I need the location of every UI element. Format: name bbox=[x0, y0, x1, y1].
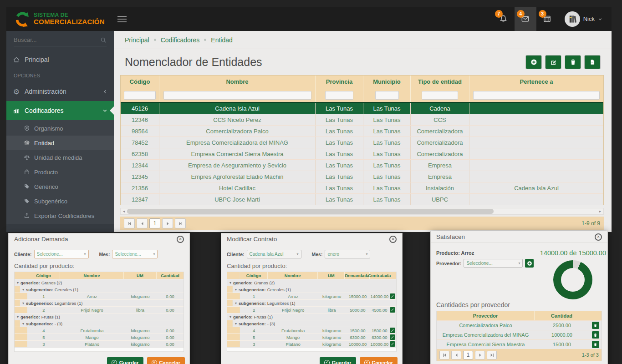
table-row[interactable]: 45126 Cadena Isla Azul Las Tunas Las Tun… bbox=[121, 102, 603, 114]
edit-contract-button[interactable] bbox=[390, 293, 395, 299]
delete-proveedor-button[interactable] bbox=[592, 331, 599, 339]
delete-proveedor-button[interactable] bbox=[592, 322, 599, 329]
user-menu[interactable]: Nick bbox=[565, 11, 602, 27]
column-header-tipo[interactable]: Tipo de entidad bbox=[411, 76, 469, 88]
sidebar-item-codificadores[interactable]: Codificadores bbox=[6, 101, 114, 120]
cliente-select[interactable]: Cadena Isla Azul▾ bbox=[247, 250, 301, 258]
product-row[interactable]: 1Arrozkilogramo0.00 bbox=[15, 293, 184, 299]
product-row[interactable]: 3Platanokilogramo0.00 bbox=[15, 340, 184, 347]
proveedor-row[interactable]: Empresa Comercial Sierra Maestra 1500.00 bbox=[437, 339, 602, 349]
sidebar-item-principal[interactable]: Principal bbox=[6, 50, 114, 69]
messages-button[interactable]: 4 bbox=[515, 7, 536, 31]
table-row[interactable]: 78452 Empresa Comercializadora del MINAG… bbox=[121, 136, 603, 148]
proveedor-row[interactable]: Comercializadora Palco 2500.00 bbox=[437, 320, 602, 330]
product-row[interactable]: 2Frijol Negrolibra0.00 bbox=[15, 306, 184, 313]
filter-input-codigo[interactable] bbox=[124, 91, 156, 100]
sidebar-item-administracion[interactable]: ⚙ Administración bbox=[6, 82, 114, 101]
prev-page-button[interactable] bbox=[137, 218, 148, 228]
cancelar-button[interactable]: ✕Cancelar bbox=[360, 357, 398, 364]
close-icon[interactable]: ✕ bbox=[177, 236, 184, 243]
table-row[interactable]: 98564 Comercializadora Palco Las Tunas L… bbox=[121, 125, 603, 136]
guardar-button[interactable]: ✓Guardar bbox=[320, 357, 356, 364]
edit-contract-button[interactable] bbox=[390, 328, 395, 333]
group-row[interactable]: ▾generico:Granos (2) bbox=[15, 279, 184, 286]
edit-contract-button[interactable] bbox=[390, 341, 395, 347]
add-entity-button[interactable] bbox=[525, 55, 542, 69]
proveedor-row[interactable]: Empresa Comercializadora del MINAG 10000… bbox=[437, 330, 602, 339]
first-page-button[interactable] bbox=[124, 218, 135, 228]
app-logo[interactable]: SISTEMA DE COMERCIALIZACIÓN bbox=[14, 10, 105, 28]
delete-entity-button[interactable] bbox=[565, 55, 581, 69]
notifications-button[interactable]: 7 bbox=[493, 7, 515, 31]
table-row[interactable]: 21356 Hotel Cadillac Las Tunas Las Tunas… bbox=[121, 182, 603, 193]
table-row[interactable]: 62358 Empresa Comercial Sierra Maestra L… bbox=[121, 148, 603, 159]
product-row[interactable]: 4Frutabombakilogramo1500.001500.00 bbox=[227, 327, 396, 334]
table-row[interactable]: 12344 Empresa de Aseguramiento y Sevicio… bbox=[121, 159, 603, 171]
export-pdf-button[interactable] bbox=[584, 55, 601, 69]
next-page-button[interactable] bbox=[162, 218, 173, 228]
filter-input-pertenece[interactable] bbox=[473, 91, 600, 100]
group-row[interactable]: ▾generico:Frutas (1) bbox=[227, 313, 396, 320]
page-number-button[interactable]: 1 bbox=[149, 218, 160, 228]
table-row[interactable]: 12345 Empres Agroforestal Eladio Machin … bbox=[121, 171, 603, 182]
filter-input-provincia[interactable] bbox=[325, 91, 353, 100]
scroll-left-arrow-icon[interactable]: ◂ bbox=[121, 209, 127, 213]
filter-input-nombre[interactable] bbox=[163, 91, 311, 100]
delete-proveedor-button[interactable] bbox=[592, 341, 599, 348]
mes-select[interactable]: Seleccione...▾ bbox=[112, 250, 158, 258]
prev-page-button[interactable] bbox=[451, 351, 461, 359]
close-icon[interactable]: ✕ bbox=[595, 233, 602, 241]
sidebar-subitem-generico[interactable]: Genérico bbox=[6, 179, 114, 194]
guardar-button[interactable]: ✓Guardar bbox=[107, 357, 143, 364]
first-page-button[interactable] bbox=[439, 351, 449, 359]
filter-input-municipio[interactable] bbox=[375, 91, 399, 100]
table-row[interactable]: 12347 UBPC Jose Marti Las Tunas Las Tuna… bbox=[121, 193, 603, 205]
subgroup-row[interactable]: ▾subgenerico:Legumbres (1) bbox=[15, 299, 184, 306]
subgroup-row[interactable]: ▾subgenerico:Legumbres (1) bbox=[227, 299, 396, 306]
scroll-right-arrow-icon[interactable]: ▸ bbox=[597, 209, 603, 213]
product-row[interactable]: 5Mangokilogramo0.00 bbox=[15, 334, 184, 340]
subgroup-row[interactable]: ▾subgenerico:- (3) bbox=[15, 320, 184, 327]
sidebar-subitem-organismo[interactable]: Organismo bbox=[6, 121, 114, 136]
search-input[interactable] bbox=[14, 36, 100, 43]
product-row[interactable]: 3Platanokilogramo10000.0010000.00 bbox=[227, 340, 396, 347]
column-header-pertenece[interactable]: Pertenece a bbox=[469, 76, 603, 88]
breadcrumb-item-codificadores[interactable]: Codificadores bbox=[161, 36, 200, 44]
subgroup-row[interactable]: ▾subgenerico:Cereales (1) bbox=[227, 286, 396, 293]
sidebar-toggle-button[interactable] bbox=[115, 13, 129, 25]
subgroup-row[interactable]: ▾subgenerico:- (3) bbox=[227, 320, 396, 327]
product-row[interactable]: 1Arrozkilogramo15000.0014000.00 bbox=[227, 293, 396, 299]
product-row[interactable]: 5Mangokilogramo6300.006300.00 bbox=[227, 334, 396, 340]
sidebar-subitem-entidad[interactable]: Entidad bbox=[6, 136, 114, 150]
subgroup-row[interactable]: ▾subgenerico:Cereales (1) bbox=[15, 286, 184, 293]
add-proveedor-button[interactable] bbox=[525, 259, 534, 268]
edit-entity-button[interactable] bbox=[545, 55, 561, 69]
sidebar-subitem-producto[interactable]: Producto bbox=[6, 165, 114, 179]
breadcrumb-item-principal[interactable]: Principal bbox=[125, 36, 149, 44]
group-row[interactable]: ▾generico:Frutas (1) bbox=[15, 313, 184, 320]
cancelar-button[interactable]: ✕Cancelar bbox=[147, 357, 185, 364]
product-row[interactable]: 2Frijol Negrolibra5000.004500.00 bbox=[227, 306, 396, 313]
page-number-button[interactable]: 1 bbox=[463, 351, 473, 359]
last-page-button[interactable] bbox=[175, 218, 186, 228]
proveedor-select[interactable]: Seleccione...▾ bbox=[464, 259, 523, 268]
column-header-nombre[interactable]: Nombre bbox=[159, 76, 316, 88]
sidebar-subitem-unidad-de-medida[interactable]: Unidad de medida bbox=[6, 150, 114, 165]
column-header-municipio[interactable]: Municipio bbox=[363, 76, 411, 88]
close-icon[interactable]: ✕ bbox=[389, 236, 397, 243]
product-row[interactable]: 4Frutabombakilogramo0.00 bbox=[15, 327, 184, 334]
edit-contract-button[interactable] bbox=[390, 334, 395, 340]
scrollbar-track[interactable] bbox=[127, 209, 597, 214]
edit-contract-button[interactable] bbox=[390, 307, 395, 313]
scrollbar-thumb[interactable] bbox=[127, 209, 494, 214]
sidebar-subitem-exportar-codificadores[interactable]: Exportar Codificadores bbox=[6, 208, 114, 223]
sidebar-subitem-subgenerico[interactable]: Subgenérico bbox=[6, 194, 114, 208]
last-page-button[interactable] bbox=[487, 351, 497, 359]
filter-input-tipo[interactable] bbox=[422, 91, 458, 100]
table-row[interactable]: 12346 CCS Niceto Perez Las Tunas Las Tun… bbox=[121, 114, 603, 125]
next-page-button[interactable] bbox=[475, 351, 485, 359]
cliente-select[interactable]: Seleccione...▾ bbox=[34, 250, 89, 258]
mes-select[interactable]: enero▾ bbox=[325, 250, 370, 258]
column-header-codigo[interactable]: Código bbox=[121, 76, 159, 88]
group-row[interactable]: ▾generico:Granos (2) bbox=[227, 279, 396, 286]
